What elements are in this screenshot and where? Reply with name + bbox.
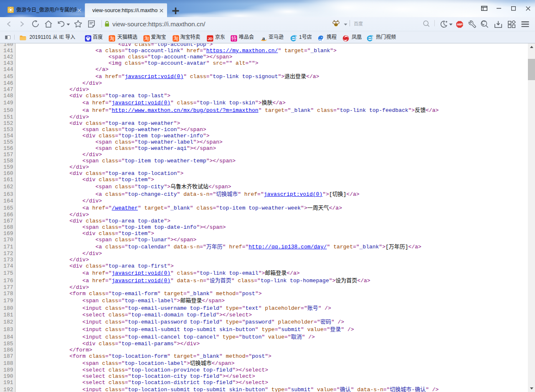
- svg-text:特: 特: [231, 35, 236, 42]
- svg-text:ABP: ABP: [456, 23, 462, 26]
- svg-text:淘: 淘: [109, 36, 114, 42]
- svg-text:JD: JD: [208, 37, 213, 41]
- svg-text:淘: 淘: [173, 36, 178, 42]
- svg-text:淘: 淘: [144, 36, 149, 42]
